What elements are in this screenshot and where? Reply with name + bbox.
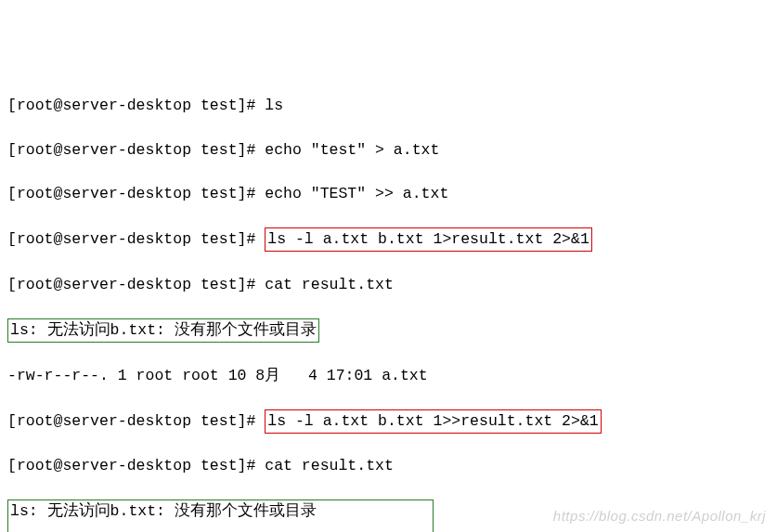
terminal-line: [root@server-desktop test]# ls <box>7 95 770 117</box>
prompt: [root@server-desktop test]# <box>7 276 265 293</box>
terminal-line: ls: 无法访问b.txt: 没有那个文件或目录 <box>7 318 770 343</box>
output-err: ls: 无法访问b.txt: 没有那个文件或目录 <box>10 500 431 523</box>
cmd-redir2-box: ls -l a.txt b.txt 1>>result.txt 2>&1 <box>265 409 601 434</box>
prompt: [root@server-desktop test]# <box>7 141 265 159</box>
terminal-line: [root@server-desktop test]# ls -l a.txt … <box>7 227 770 252</box>
terminal-line: [root@server-desktop test]# cat result.t… <box>7 455 770 477</box>
terminal-line: -rw-r--r--. 1 root root 10 8月 4 17:01 a.… <box>7 365 770 387</box>
terminal-line: [root@server-desktop test]# echo "TEST" … <box>7 183 770 205</box>
cmd-redir1-box: ls -l a.txt b.txt 1>result.txt 2>&1 <box>265 227 592 252</box>
output-block-1: ls: 无法访问b.txt: 没有那个文件或目录 -rw-r--r--. 1 r… <box>7 500 434 532</box>
output-err-box: ls: 无法访问b.txt: 没有那个文件或目录 <box>7 318 319 343</box>
terminal-line: [root@server-desktop test]# echo "test" … <box>7 139 770 162</box>
output-stat: -rw-r--r--. 1 root root 10 8月 4 17:01 a.… <box>7 367 428 384</box>
prompt: [root@server-desktop test]# <box>7 230 265 248</box>
terminal-line: [root@server-desktop test]# ls -l a.txt … <box>7 409 770 434</box>
watermark: https://blog.csdn.net/Apollon_krj <box>553 506 766 526</box>
cmd-echo1: echo "test" > a.txt <box>265 141 439 159</box>
terminal-line: [root@server-desktop test]# cat result.t… <box>7 274 770 296</box>
cmd-cat: cat result.txt <box>265 457 394 474</box>
prompt: [root@server-desktop test]# <box>7 185 265 202</box>
cmd-cat: cat result.txt <box>265 276 394 293</box>
prompt: [root@server-desktop test]# <box>7 457 265 474</box>
prompt: [root@server-desktop test]# <box>7 412 265 430</box>
prompt: [root@server-desktop test]# <box>7 97 265 114</box>
cmd-echo2: echo "TEST" >> a.txt <box>265 185 448 202</box>
cmd-ls: ls <box>265 97 283 114</box>
